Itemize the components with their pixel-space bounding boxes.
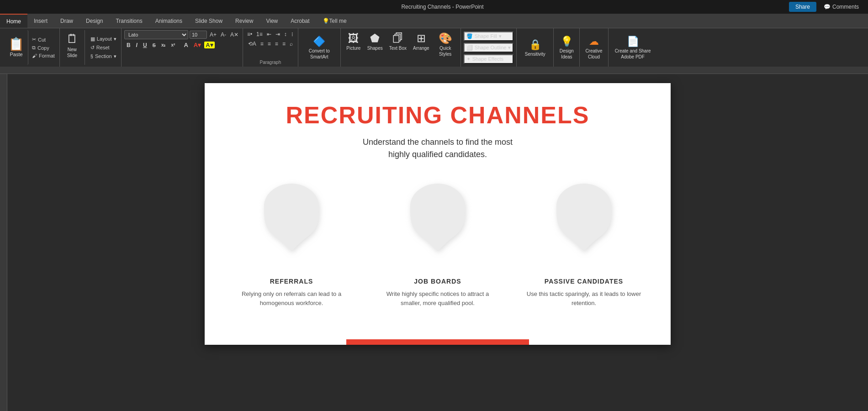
reset-icon: ↺ — [90, 45, 95, 51]
new-slide-icon: 🗒 — [66, 32, 78, 46]
referrals-card[interactable]: REFERRALS Relying only on referrals can … — [232, 179, 351, 307]
clipboard-mini-buttons: ✂ Cut ⧉ Copy 🖌 Format — [30, 30, 57, 65]
text-direction-button[interactable]: ⟲A — [247, 40, 258, 48]
quick-styles-icon: 🎨 — [439, 32, 452, 45]
copy-button[interactable]: ⧉ Copy — [30, 44, 57, 52]
clear-format-button[interactable]: A✕ — [229, 31, 240, 39]
align-left-button[interactable]: ≡ — [259, 40, 265, 48]
font-group: Lato A+ A- A✕ B I U S x₂ x² A A▾ A▾ — [122, 28, 243, 67]
picture-button[interactable]: 🖼 Picture — [344, 30, 364, 53]
underline-button[interactable]: U — [141, 41, 149, 49]
tab-acrobat[interactable]: Acrobat — [284, 14, 316, 28]
tab-tellme[interactable]: 💡 Tell me — [316, 14, 353, 28]
referrals-desc: Relying only on referrals can lead to a … — [232, 290, 351, 307]
slide-subtitle: Understand the channels to find the most… — [363, 136, 513, 161]
bold-button[interactable]: B — [124, 41, 133, 49]
increase-indent-button[interactable]: ⇥ — [274, 30, 281, 38]
align-right-button[interactable]: ≡ — [274, 40, 280, 48]
paste-icon: 📋 — [8, 38, 24, 51]
creative-cloud-button[interactable]: ☁ Creative Cloud — [582, 34, 605, 61]
subscript-button[interactable]: x₂ — [159, 42, 168, 48]
tab-insert[interactable]: Insert — [27, 14, 54, 28]
layout-icon: ▦ — [90, 36, 95, 42]
superscript-button[interactable]: x² — [169, 42, 177, 48]
comments-button[interactable]: 💬 Comments — [819, 2, 863, 12]
format-painter-button[interactable]: 🖌 Format — [30, 52, 57, 59]
section-button[interactable]: § Section ▾ — [89, 53, 118, 60]
tab-home[interactable]: Home — [0, 14, 27, 28]
tab-slideshow[interactable]: Slide Show — [189, 14, 229, 28]
ribbon-tabs: Home Insert Draw Design Transitions Anim… — [0, 14, 868, 28]
shapes-icon: ⬟ — [370, 32, 380, 45]
shape-fill-button[interactable]: 🪣 Shape Fill ▾ — [464, 32, 514, 41]
sensitivity-button[interactable]: 🔒 Sensitivity — [521, 37, 549, 58]
tab-review[interactable]: Review — [229, 14, 259, 28]
shape-outline-icon: ⬜ — [466, 45, 473, 51]
columns-button[interactable]: ⫶ — [290, 30, 295, 38]
numbering-button[interactable]: 1≡ — [255, 30, 264, 38]
canvas-area: RECRUITING CHANNELS Understand the chann… — [7, 74, 868, 411]
shape-outline-dropdown: ▾ — [508, 45, 511, 51]
justify-button[interactable]: ≡ — [281, 40, 287, 48]
quick-styles-button[interactable]: 🎨 Quick Styles — [433, 30, 458, 58]
slide[interactable]: RECRUITING CHANNELS Understand the chann… — [205, 83, 671, 345]
arrange-button[interactable]: ⊞ Arrange — [410, 30, 432, 53]
layout-dropdown-icon: ▾ — [114, 36, 116, 42]
textbox-button[interactable]: 🗍 Text Box — [386, 30, 409, 53]
align-center-button[interactable]: ≡ — [266, 40, 272, 48]
paragraph-group: ≡• 1≡ ⇤ ⇥ ↕ ⫶ ⟲A ≡ ≡ ≡ ≡ ⌕ Paragraph — [243, 28, 298, 67]
adobe-pdf-icon: 📄 — [627, 36, 639, 47]
font-family-select[interactable]: Lato — [124, 30, 188, 39]
shape-effects-icon: ✦ — [466, 56, 471, 62]
job-boards-title: JOB BOARDS — [414, 278, 461, 285]
tab-view[interactable]: View — [259, 14, 284, 28]
tab-transitions[interactable]: Transitions — [109, 14, 148, 28]
shape-outline-button[interactable]: ⬜ Shape Outline ▾ — [464, 43, 514, 53]
decrease-font-button[interactable]: A- — [219, 31, 228, 39]
layout-button[interactable]: ▦ Layout ▾ — [89, 35, 118, 43]
convert-smartart-button[interactable]: 🔷 Convert to SmartArt — [301, 34, 338, 61]
cut-button[interactable]: ✂ Cut — [30, 36, 57, 43]
bullets-button[interactable]: ≡• — [246, 30, 254, 38]
section-dropdown-icon: ▾ — [114, 53, 116, 59]
share-button[interactable]: Share — [789, 2, 816, 12]
slide-title[interactable]: RECRUITING CHANNELS — [286, 101, 590, 129]
design-ideas-button[interactable]: 💡 Design Ideas — [556, 34, 577, 61]
vertical-ruler — [0, 74, 7, 411]
line-spacing-button[interactable]: ↕ — [283, 30, 288, 38]
decrease-indent-button[interactable]: ⇤ — [265, 30, 273, 38]
main-area: RECRUITING CHANNELS Understand the chann… — [0, 74, 868, 411]
tab-design[interactable]: Design — [79, 14, 109, 28]
font-size-input[interactable] — [190, 31, 207, 39]
shape-fill-icon: 🪣 — [466, 33, 473, 39]
font-color-button[interactable]: A▾ — [191, 41, 203, 49]
italic-button[interactable]: I — [134, 41, 140, 49]
adobe-pdf-group: 📄 Create and Share Adobe PDF — [609, 28, 657, 67]
increase-font-button[interactable]: A+ — [208, 31, 218, 39]
tab-draw[interactable]: Draw — [54, 14, 79, 28]
creative-cloud-icon: ☁ — [589, 36, 599, 47]
creative-cloud-group: ☁ Creative Cloud — [580, 28, 608, 67]
shapes-button[interactable]: ⬟ Shapes — [365, 30, 386, 53]
tab-animations[interactable]: Animations — [149, 14, 189, 28]
passive-candidates-desc: Use this tactic sparingly, as it leads t… — [524, 290, 643, 307]
strikethrough-button[interactable]: S — [150, 42, 158, 49]
job-boards-card[interactable]: JOB BOARDS Write highly specific notices… — [378, 179, 497, 307]
cut-icon: ✂ — [32, 37, 36, 42]
passive-candidates-card[interactable]: PASSIVE CANDIDATES Use this tactic spari… — [524, 179, 643, 307]
title-bar: Recruiting Channels - PowerPoint Share 💬… — [0, 0, 868, 14]
referrals-title: REFERRALS — [270, 278, 313, 285]
shape-effects-button[interactable]: ✦ Shape Effects — [464, 54, 514, 64]
create-share-pdf-button[interactable]: 📄 Create and Share Adobe PDF — [612, 34, 654, 61]
shape-fill-dropdown: ▾ — [499, 33, 502, 39]
smartart-group: 🔷 Convert to SmartArt — [298, 28, 341, 67]
smart-lookup-button[interactable]: ⌕ — [288, 40, 294, 48]
reset-button[interactable]: ↺ Reset — [89, 44, 118, 52]
textbox-icon: 🗍 — [392, 32, 403, 45]
document-title: Recruiting Channels - PowerPoint — [401, 4, 483, 10]
text-shadow-button[interactable]: A — [181, 41, 190, 49]
highlight-button[interactable]: A▾ — [204, 42, 214, 48]
new-slide-button[interactable]: 🗒 New Slide — [63, 30, 82, 60]
slide-mini-buttons: ▦ Layout ▾ ↺ Reset § Section ▾ — [89, 30, 118, 65]
paste-button[interactable]: 📋 Paste — [5, 30, 28, 65]
